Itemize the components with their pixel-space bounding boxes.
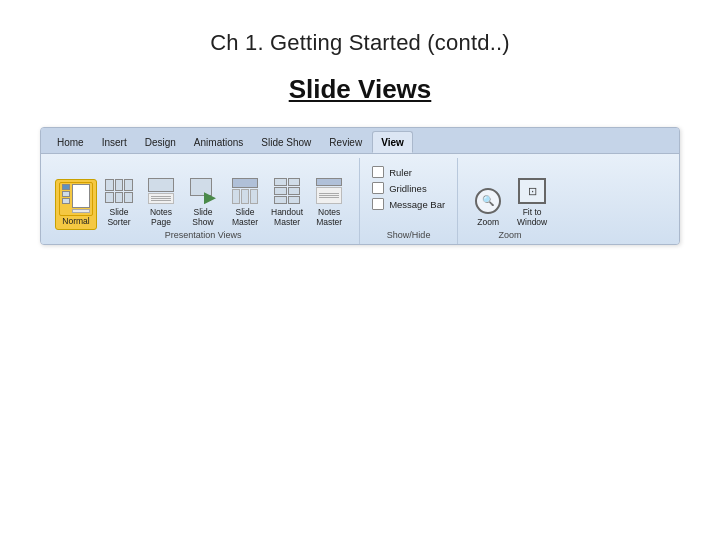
- group-zoom-label: Zoom: [458, 230, 562, 240]
- tab-home[interactable]: Home: [49, 131, 92, 153]
- notes-master-icon: [313, 175, 345, 207]
- btn-slide-sorter-label: SlideSorter: [107, 208, 130, 227]
- btn-slide-sorter[interactable]: SlideSorter: [99, 172, 139, 230]
- btn-slide-show-label: SlideShow: [192, 208, 213, 227]
- btn-normal-label: Normal: [62, 217, 89, 226]
- btn-handout-master[interactable]: HandoutMaster: [267, 172, 307, 230]
- slide-views-label: Slide Views: [289, 74, 432, 105]
- tab-insert[interactable]: Insert: [94, 131, 135, 153]
- btn-normal[interactable]: Normal: [55, 179, 97, 230]
- ruler-checkbox[interactable]: [372, 166, 384, 178]
- group-show-hide: Ruler Gridlines Message Bar Show/Hide: [360, 158, 458, 244]
- gridlines-label: Gridlines: [389, 183, 427, 194]
- group-presentation-views: Normal SlideSorter: [47, 158, 360, 244]
- check-ruler[interactable]: Ruler: [372, 166, 445, 178]
- handout-master-icon: [271, 175, 303, 207]
- ribbon: Home Insert Design Animations Slide Show…: [40, 127, 680, 245]
- normal-icon: [59, 182, 93, 216]
- notes-page-icon: [145, 175, 177, 207]
- message-bar-checkbox[interactable]: [372, 198, 384, 210]
- btn-zoom-label: Zoom: [477, 218, 499, 227]
- ribbon-body: Normal SlideSorter: [41, 154, 679, 244]
- tab-design[interactable]: Design: [137, 131, 184, 153]
- btn-notes-page[interactable]: NotesPage: [141, 172, 181, 230]
- ribbon-tab-bar: Home Insert Design Animations Slide Show…: [41, 128, 679, 154]
- group-zoom: 🔍 Zoom ⊡ Fit toWindow Zoom: [458, 158, 562, 244]
- btn-notes-page-label: NotesPage: [150, 208, 172, 227]
- group-show-hide-label: Show/Hide: [360, 230, 457, 240]
- message-bar-label: Message Bar: [389, 199, 445, 210]
- btn-fit-to-window[interactable]: ⊡ Fit toWindow: [512, 172, 552, 230]
- gridlines-checkbox[interactable]: [372, 182, 384, 194]
- check-message-bar[interactable]: Message Bar: [372, 198, 445, 210]
- btn-notes-master[interactable]: NotesMaster: [309, 172, 349, 230]
- slide-master-icon: [229, 175, 261, 207]
- page-title: Ch 1. Getting Started (contd..): [210, 30, 510, 56]
- slide-sorter-icon: [103, 175, 135, 207]
- tab-view[interactable]: View: [372, 131, 413, 153]
- slide-show-icon: [187, 175, 219, 207]
- show-hide-checks: Ruler Gridlines Message Bar: [372, 158, 445, 224]
- tab-review[interactable]: Review: [321, 131, 370, 153]
- btn-slide-show[interactable]: SlideShow: [183, 172, 223, 230]
- ruler-label: Ruler: [389, 167, 412, 178]
- btn-notes-master-label: NotesMaster: [316, 208, 342, 227]
- zoom-icon: 🔍: [472, 185, 504, 217]
- btn-zoom[interactable]: 🔍 Zoom: [468, 182, 508, 230]
- tab-slide-show[interactable]: Slide Show: [253, 131, 319, 153]
- check-gridlines[interactable]: Gridlines: [372, 182, 445, 194]
- btn-slide-master[interactable]: SlideMaster: [225, 172, 265, 230]
- btn-slide-master-label: SlideMaster: [232, 208, 258, 227]
- group-presentation-views-label: Presentation Views: [47, 230, 359, 240]
- btn-handout-master-label: HandoutMaster: [271, 208, 303, 227]
- btn-fit-to-window-label: Fit toWindow: [517, 208, 547, 227]
- tab-animations[interactable]: Animations: [186, 131, 251, 153]
- fit-window-icon: ⊡: [516, 175, 548, 207]
